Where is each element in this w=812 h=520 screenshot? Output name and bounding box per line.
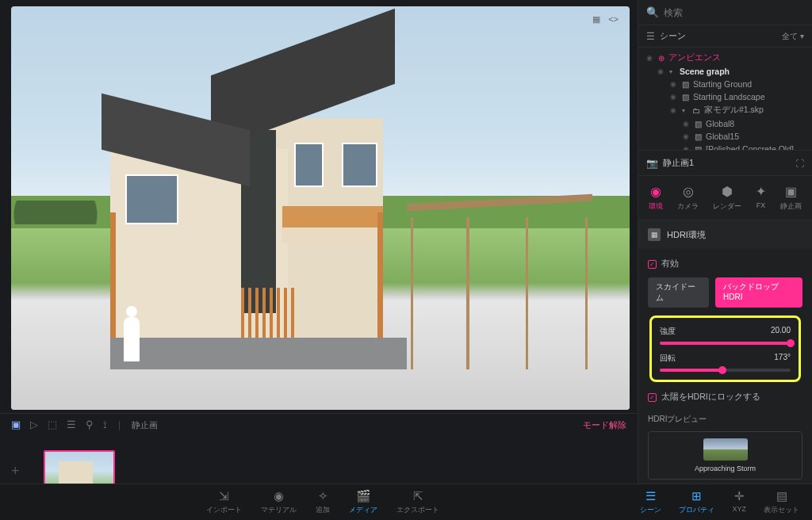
search-bar[interactable]: 🔍	[638, 0, 812, 25]
camera-icon: 📷	[646, 158, 658, 169]
tab-render[interactable]: ⬢レンダー	[713, 184, 741, 212]
rotation-value: 173°	[774, 353, 791, 364]
export-icon: ⇱	[413, 489, 423, 503]
tool-image-icon[interactable]: ▣	[11, 419, 21, 431]
toolbar-mode-label: 静止画	[132, 419, 158, 431]
fx-icon: ✦	[756, 184, 766, 199]
hdri-enabled-row[interactable]: ✓ 有効	[648, 255, 802, 277]
nav-export[interactable]: ⇱エクスポート	[396, 489, 439, 515]
viewport-code-icon[interactable]: <>	[608, 14, 619, 25]
fullscreen-icon[interactable]: ⛶	[795, 159, 804, 168]
tool-measure-icon[interactable]: ⟟	[103, 419, 107, 431]
tab-fx[interactable]: ✦FX	[756, 184, 766, 212]
hdri-preview-thumb	[703, 438, 748, 461]
environment-icon: ◉	[650, 184, 661, 199]
nav-import[interactable]: ⇲インポート	[206, 489, 242, 515]
material-nav-icon: ◉	[274, 489, 284, 503]
tool-pano-icon[interactable]: ⬚	[48, 419, 57, 431]
nav-media[interactable]: 🎬メディア	[349, 489, 377, 515]
hdri-preview-name: Approaching Storm	[695, 465, 756, 472]
hdri-icon: ▦	[648, 228, 661, 241]
intensity-value: 20.00	[771, 326, 791, 337]
lock-sun-row[interactable]: ✓ 太陽をHDRIにロックする	[648, 388, 802, 411]
import-icon: ⇲	[219, 489, 229, 503]
rotation-label: 回転	[660, 353, 676, 364]
render-scene	[11, 6, 630, 410]
add-media-button[interactable]: +	[11, 463, 20, 480]
skydome-button[interactable]: スカイドーム	[648, 277, 709, 308]
mode-release-button[interactable]: モード解除	[583, 420, 626, 430]
rotation-slider[interactable]	[660, 369, 791, 372]
tab-environment[interactable]: ◉環境	[649, 184, 663, 212]
mesh-icon: ▧	[695, 132, 702, 141]
viewset-icon: ▤	[776, 489, 787, 503]
material-icon: ▧	[695, 145, 702, 151]
scene-nav-icon: ☰	[645, 489, 656, 503]
highlighted-sliders: 強度20.00 回転173°	[649, 315, 801, 382]
still-icon: ▣	[785, 184, 797, 199]
tree-ambience[interactable]: ◉⊕アンビエンス	[638, 51, 812, 65]
tree-starting-ground[interactable]: ◉▧Starting Ground	[638, 78, 812, 90]
hdri-section-header[interactable]: ▦ HDRI環境	[638, 220, 812, 249]
scene-tree: ◉⊕アンビエンス ◉▾Scene graph ◉▧Starting Ground…	[638, 48, 812, 151]
media-toolbar: ▣ ▷ ⬚ ☰ ⚲ ⟟ | 静止画 モード解除	[0, 413, 638, 436]
scale-figure	[122, 306, 141, 361]
backdrop-hdri-button[interactable]: バックドロップHDRI	[715, 277, 802, 308]
folder-icon: 🗀	[692, 106, 700, 115]
nav-xyz[interactable]: ✛XYZ	[732, 489, 746, 515]
hdri-preview-box[interactable]: Approaching Storm	[648, 431, 802, 480]
nav-viewset[interactable]: ▤表示セット	[764, 489, 799, 515]
tool-layers-icon[interactable]: ☰	[67, 419, 76, 431]
xyz-icon: ✛	[734, 489, 745, 503]
tree-starting-landscape[interactable]: ◉▧Starting Landscape	[638, 90, 812, 103]
intensity-label: 強度	[660, 326, 676, 337]
scene-panel-header[interactable]: ☰ シーン 全て ▾	[638, 25, 812, 48]
property-icon: ⊞	[691, 489, 702, 503]
intensity-slider[interactable]	[660, 342, 791, 345]
list-icon: ☰	[646, 31, 655, 42]
globe-icon: ⊕	[658, 54, 665, 63]
mesh-icon: ▧	[695, 120, 702, 128]
bottom-nav: ⇲インポート ◉マテリアル ✧追加 🎬メディア ⇱エクスポート ☰シーン ⊞プロ…	[0, 484, 812, 520]
tree-model-folder[interactable]: ◉▾🗀家モデル#1.skp	[638, 103, 812, 117]
nav-property[interactable]: ⊞プロパティ	[679, 489, 714, 515]
checkbox-icon: ✓	[648, 260, 657, 269]
checkbox-icon: ✓	[648, 393, 657, 402]
tree-global15[interactable]: ◉▧Global15	[638, 130, 812, 143]
add-icon: ✧	[318, 489, 328, 503]
right-panel: 🔍 ☰ シーン 全て ▾ ◉⊕アンビエンス ◉▾Scene graph ◉▧St…	[638, 0, 812, 520]
media-icon: 🎬	[356, 489, 371, 503]
search-icon: 🔍	[646, 6, 659, 18]
nav-scene[interactable]: ☰シーン	[640, 489, 661, 515]
nav-add[interactable]: ✧追加	[316, 489, 330, 515]
tree-scene-graph[interactable]: ◉▾Scene graph	[638, 65, 812, 78]
property-tabs: ◉環境 ◎カメラ ⬢レンダー ✦FX ▣静止画	[638, 176, 812, 220]
render-icon: ⬢	[722, 184, 733, 199]
tool-play-icon[interactable]: ▷	[30, 419, 38, 431]
search-input[interactable]	[664, 7, 804, 18]
scene-title: シーン	[660, 30, 686, 42]
mesh-icon: ▧	[682, 93, 689, 101]
tool-walk-icon[interactable]: ⚲	[86, 419, 94, 431]
viewport-grid-icon[interactable]: ▦	[592, 14, 600, 25]
still-header[interactable]: 📷 静止画1 ⛶	[638, 151, 812, 176]
hdri-preview-label: HDRIプレビュー	[648, 411, 802, 431]
tree-polished[interactable]: ◉▧[Polished Concrete Old]	[638, 143, 812, 151]
scene-filter-dropdown[interactable]: 全て ▾	[782, 31, 804, 42]
tree-global8[interactable]: ◉▧Global8	[638, 117, 812, 130]
tab-camera[interactable]: ◎カメラ	[677, 184, 699, 212]
camera-tab-icon: ◎	[683, 184, 694, 199]
mesh-icon: ▧	[682, 80, 689, 89]
nav-material[interactable]: ◉マテリアル	[261, 489, 297, 515]
tab-still[interactable]: ▣静止画	[780, 184, 802, 212]
viewport-3d[interactable]: ▦ <>	[11, 6, 630, 410]
